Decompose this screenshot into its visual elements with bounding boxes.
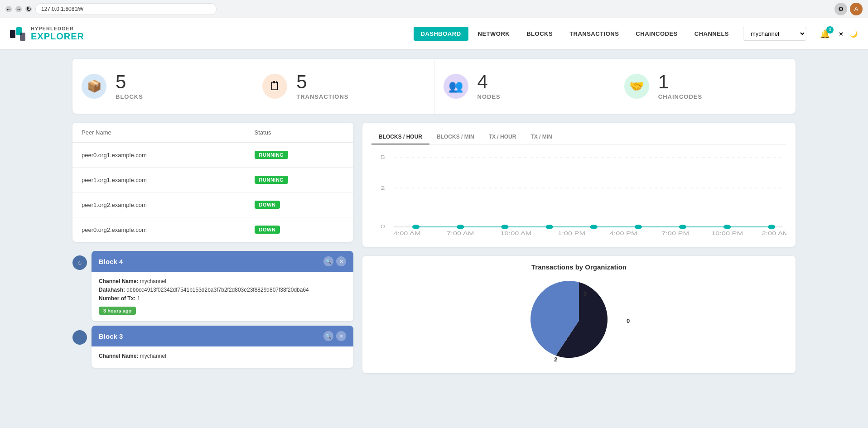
right-column: BLOCKS / HOUR BLOCKS / MIN TX / HOUR TX … bbox=[362, 123, 796, 373]
chaincodes-count: 1 bbox=[658, 72, 702, 91]
blocks-icon: 📦 bbox=[82, 74, 106, 99]
peer-status-cell: DOWN bbox=[246, 217, 353, 242]
browser-reload-btn[interactable]: ↻ bbox=[25, 6, 32, 12]
blocks-label: BLOCKS bbox=[116, 93, 143, 100]
browser-icons: ⚙ A bbox=[834, 3, 863, 15]
logo-icon bbox=[9, 25, 26, 43]
logo-hyperledger-text: HYPERLEDGER bbox=[31, 26, 84, 31]
lower-row: Peer Name Status peer0.org1.example.com … bbox=[72, 123, 796, 373]
pie-chart-title: Transactions by Organization bbox=[531, 263, 627, 271]
status-badge: DOWN bbox=[255, 201, 280, 209]
table-row: peer0.org1.example.com RUNNING bbox=[72, 143, 353, 168]
nav-dashboard[interactable]: DASHBOARD bbox=[414, 27, 468, 41]
stat-chaincodes: 🤝 1 CHAINCODES bbox=[615, 59, 796, 114]
svg-text:1:00 PM: 1:00 PM bbox=[558, 231, 585, 236]
nav-blocks[interactable]: BLOCKS bbox=[519, 27, 560, 41]
peer-name-cell: peer0.org2.example.com bbox=[72, 217, 246, 242]
block4-time-badge: 3 hours ago bbox=[99, 307, 136, 315]
table-row: peer1.org1.example.com RUNNING bbox=[72, 168, 353, 192]
peer-status-cell: DOWN bbox=[246, 192, 353, 217]
nodes-label: NODES bbox=[477, 93, 501, 100]
block4-title: Block 4 bbox=[99, 258, 123, 265]
svg-text:7:00 AM: 7:00 AM bbox=[447, 231, 474, 236]
peer-name-cell: peer1.org2.example.com bbox=[72, 192, 246, 217]
browser-chrome: ← → ↻ ⚙ A bbox=[0, 0, 868, 18]
block3-icons: 🔍 ✕ bbox=[323, 331, 346, 341]
timeline-area: ⬡ Block 4 🔍 ✕ Channel Name: mychannel bbox=[72, 251, 353, 372]
navbar: HYPERLEDGER EXPLORER DASHBOARD NETWORK B… bbox=[0, 18, 868, 50]
peer-table: Peer Name Status peer0.org1.example.com … bbox=[72, 123, 353, 242]
nodes-info: 4 NODES bbox=[477, 72, 501, 100]
svg-text:10:00 AM: 10:00 AM bbox=[500, 231, 531, 236]
block4-body: Channel Name: mychannel Datahash: dbbbcc… bbox=[92, 272, 353, 321]
bell-badge: 0 bbox=[826, 26, 834, 34]
transactions-icon: 🗒 bbox=[262, 74, 287, 99]
chart-card: BLOCKS / HOUR BLOCKS / MIN TX / HOUR TX … bbox=[362, 123, 796, 247]
nav-channels[interactable]: CHANNELS bbox=[687, 27, 736, 41]
block4-card: Block 4 🔍 ✕ Channel Name: mychannel Data… bbox=[92, 251, 353, 321]
svg-text:⬡: ⬡ bbox=[78, 261, 82, 265]
status-badge: RUNNING bbox=[255, 176, 289, 184]
svg-text:0: 0 bbox=[381, 224, 385, 229]
list-item: ⬡ Block 4 🔍 ✕ Channel Name: mychannel bbox=[72, 251, 353, 321]
chaincodes-icon: 🤝 bbox=[624, 74, 649, 99]
tab-blocks-hour[interactable]: BLOCKS / HOUR bbox=[371, 130, 429, 144]
chaincodes-label: CHAINCODES bbox=[658, 93, 702, 100]
nodes-count: 4 bbox=[477, 72, 501, 91]
nodes-icon: 👥 bbox=[444, 74, 468, 99]
pie-chart-card: Transactions by Organization 3 0 2 bbox=[362, 256, 796, 373]
block4-channel: Channel Name: mychannel bbox=[99, 278, 346, 284]
block3-close-icon[interactable]: ✕ bbox=[336, 331, 346, 341]
block3-detail-icon[interactable]: 🔍 bbox=[323, 331, 333, 341]
svg-rect-2 bbox=[20, 33, 25, 41]
timeline-dot-block4: ⬡ bbox=[72, 255, 87, 270]
transactions-label: TRANSACTIONS bbox=[296, 93, 348, 100]
light-theme-btn[interactable]: ☀ bbox=[835, 29, 846, 39]
svg-text:5: 5 bbox=[381, 154, 385, 160]
svg-text:4:00 PM: 4:00 PM bbox=[610, 231, 637, 236]
nav-transactions[interactable]: TRANSACTIONS bbox=[562, 27, 626, 41]
pie-chart-area: 3 0 2 bbox=[520, 275, 638, 366]
peer-status-cell: RUNNING bbox=[246, 168, 353, 192]
peer-status-cell: RUNNING bbox=[246, 143, 353, 168]
block4-close-icon[interactable]: ✕ bbox=[336, 256, 346, 266]
stats-row: 📦 5 BLOCKS 🗒 5 TRANSACTIONS 👥 4 NODES 🤝 … bbox=[72, 59, 796, 114]
tab-blocks-min[interactable]: BLOCKS / MIN bbox=[429, 130, 482, 144]
peer-name-cell: peer1.org1.example.com bbox=[72, 168, 246, 192]
tab-tx-min[interactable]: TX / MIN bbox=[523, 130, 559, 144]
transactions-info: 5 TRANSACTIONS bbox=[296, 72, 348, 100]
svg-text:4:00 AM: 4:00 AM bbox=[394, 231, 421, 236]
pie-chart-svg: 3 0 2 bbox=[520, 275, 638, 366]
nav-network[interactable]: NETWORK bbox=[471, 27, 517, 41]
svg-text:0: 0 bbox=[627, 317, 630, 324]
nav-chaincodes[interactable]: CHAINCODES bbox=[628, 27, 685, 41]
browser-extension-icon: ⚙ bbox=[834, 3, 847, 15]
browser-forward-btn[interactable]: → bbox=[15, 6, 22, 12]
block4-detail-icon[interactable]: 🔍 bbox=[323, 256, 333, 266]
timeline-dot-block3 bbox=[72, 330, 87, 345]
svg-rect-0 bbox=[10, 30, 15, 38]
block3-card: Block 3 🔍 ✕ Channel Name: mychannel bbox=[92, 326, 353, 368]
stat-blocks: 📦 5 BLOCKS bbox=[72, 59, 253, 114]
chart-svg: 5 2 0 bbox=[371, 149, 786, 240]
browser-profile-icon: A bbox=[850, 3, 863, 15]
chaincodes-info: 1 CHAINCODES bbox=[658, 72, 702, 100]
peer-table-card: Peer Name Status peer0.org1.example.com … bbox=[72, 123, 353, 242]
list-item: Block 3 🔍 ✕ Channel Name: mychannel bbox=[72, 326, 353, 368]
dark-theme-btn[interactable]: 🌙 bbox=[848, 29, 859, 39]
block4-datahash: Datahash: dbbbcc4913f02342df7541b153d2ba… bbox=[99, 287, 346, 293]
logo-explorer-text: EXPLORER bbox=[31, 31, 84, 42]
browser-url-input[interactable] bbox=[35, 3, 217, 15]
svg-text:10:00 PM: 10:00 PM bbox=[711, 231, 743, 236]
channel-select[interactable]: mychannel bbox=[743, 27, 806, 41]
block4-icons: 🔍 ✕ bbox=[323, 256, 346, 266]
theme-toggles: ☀ 🌙 bbox=[835, 29, 859, 39]
main-content: 📦 5 BLOCKS 🗒 5 TRANSACTIONS 👥 4 NODES 🤝 … bbox=[0, 50, 868, 382]
nav-right: 🔔 0 ☀ 🌙 bbox=[820, 29, 859, 39]
blocks-info: 5 BLOCKS bbox=[116, 72, 143, 100]
peer-name-header: Peer Name bbox=[72, 123, 246, 143]
chart-tabs: BLOCKS / HOUR BLOCKS / MIN TX / HOUR TX … bbox=[371, 130, 786, 144]
bell-icon[interactable]: 🔔 0 bbox=[820, 29, 830, 39]
browser-back-btn[interactable]: ← bbox=[5, 6, 12, 12]
tab-tx-hour[interactable]: TX / HOUR bbox=[482, 130, 524, 144]
